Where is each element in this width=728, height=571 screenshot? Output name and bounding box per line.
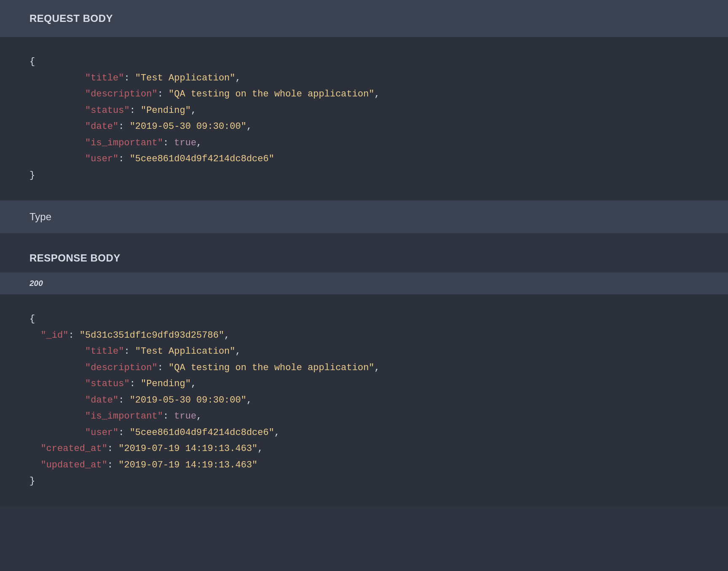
brace-open: { xyxy=(29,314,35,324)
indent xyxy=(29,379,85,389)
json-key-date: "date" xyxy=(85,395,118,406)
indent xyxy=(29,363,85,373)
indent xyxy=(29,73,85,83)
response-body-code: { "_id": "5d31c351df1c9dfd93d25786", "ti… xyxy=(0,294,728,507)
colon: : xyxy=(158,89,169,99)
colon: : xyxy=(107,443,118,454)
indent xyxy=(29,346,85,357)
colon: : xyxy=(163,138,174,148)
comma: , xyxy=(375,363,380,373)
json-key-title: "title" xyxy=(85,346,124,357)
json-value-description: "QA testing on the whole application" xyxy=(169,363,374,373)
json-value-description: "QA testing on the whole application" xyxy=(169,89,374,99)
json-value-user: "5cee861d04d9f4214dc8dce6" xyxy=(130,154,274,164)
json-key-description: "description" xyxy=(85,89,158,99)
json-key-status: "status" xyxy=(85,379,130,389)
json-key-description: "description" xyxy=(85,363,158,373)
json-key-id: "_id" xyxy=(40,330,68,341)
indent xyxy=(29,154,85,164)
colon: : xyxy=(118,395,129,406)
comma: , xyxy=(274,427,280,438)
comma: , xyxy=(246,121,252,132)
json-key-status: "status" xyxy=(85,105,130,116)
request-body-code: { "title": "Test Application", "descript… xyxy=(0,37,728,200)
json-value-id: "5d31c351df1c9dfd93d25786" xyxy=(80,330,224,341)
json-value-title: "Test Application" xyxy=(135,73,236,83)
brace-open: { xyxy=(29,56,35,67)
colon: : xyxy=(124,73,135,83)
indent xyxy=(29,427,85,438)
json-value-title: "Test Application" xyxy=(135,346,236,357)
json-key-date: "date" xyxy=(85,121,118,132)
brace-close: } xyxy=(29,476,35,486)
indent xyxy=(29,105,85,116)
json-value-status: "Pending" xyxy=(141,105,191,116)
colon: : xyxy=(130,105,141,116)
json-value-updatedat: "2019-07-19 14:19:13.463" xyxy=(118,460,257,470)
json-key-user: "user" xyxy=(85,154,118,164)
comma: , xyxy=(257,443,263,454)
comma: , xyxy=(191,105,196,116)
colon: : xyxy=(163,411,174,422)
comma: , xyxy=(196,138,202,148)
json-key-createdat: "created_at" xyxy=(40,443,107,454)
colon: : xyxy=(130,379,141,389)
colon: : xyxy=(124,346,135,357)
request-body-heading: REQUEST BODY xyxy=(0,0,728,37)
indent xyxy=(29,121,85,132)
json-key-updatedat: "updated_at" xyxy=(40,460,107,470)
comma: , xyxy=(236,73,241,83)
response-body-heading: RESPONSE BODY xyxy=(0,233,728,272)
json-value-status: "Pending" xyxy=(141,379,191,389)
json-key-user: "user" xyxy=(85,427,118,438)
colon: : xyxy=(118,121,129,132)
json-key-title: "title" xyxy=(85,73,124,83)
indent xyxy=(29,411,85,422)
json-value-user: "5cee861d04d9f4214dc8dce6" xyxy=(130,427,274,438)
indent xyxy=(29,89,85,99)
comma: , xyxy=(224,330,230,341)
json-key-isimportant: "is_important" xyxy=(85,138,163,148)
json-key-isimportant: "is_important" xyxy=(85,411,163,422)
colon: : xyxy=(118,154,129,164)
colon: : xyxy=(107,460,118,470)
colon: : xyxy=(68,330,79,341)
brace-close: } xyxy=(29,170,35,181)
comma: , xyxy=(375,89,380,99)
comma: , xyxy=(191,379,196,389)
colon: : xyxy=(118,427,129,438)
comma: , xyxy=(196,411,202,422)
comma: , xyxy=(246,395,252,406)
indent xyxy=(29,395,85,406)
json-value-isimportant: true xyxy=(174,138,196,148)
indent xyxy=(29,138,85,148)
colon: : xyxy=(158,363,169,373)
status-code: 200 xyxy=(0,272,728,294)
json-value-createdat: "2019-07-19 14:19:13.463" xyxy=(118,443,257,454)
json-value-date: "2019-05-30 09:30:00" xyxy=(130,395,246,406)
json-value-isimportant: true xyxy=(174,411,196,422)
comma: , xyxy=(236,346,241,357)
type-label: Type xyxy=(0,200,728,233)
json-value-date: "2019-05-30 09:30:00" xyxy=(130,121,246,132)
